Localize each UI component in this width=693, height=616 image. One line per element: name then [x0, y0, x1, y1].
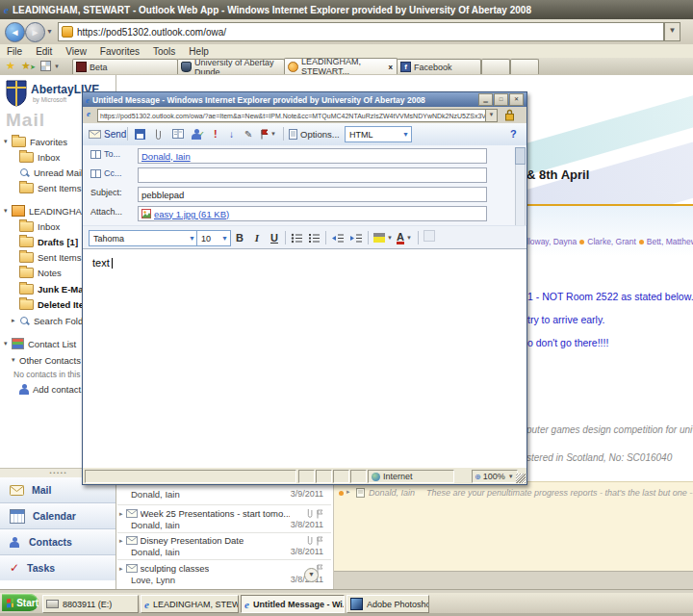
expand-arrow-icon[interactable]: ▾ [4, 340, 10, 347]
add-contact-action[interactable]: Add contact... [19, 382, 89, 396]
to-input[interactable]: Donald, Iain [138, 148, 487, 164]
compose-scrollbar-thumb[interactable] [515, 147, 526, 165]
font-color-button[interactable]: A▼ [397, 230, 412, 245]
to-button[interactable]: To... [90, 149, 120, 159]
expand-arrow-icon[interactable]: ▾ [12, 356, 17, 364]
menu-view[interactable]: View [59, 46, 93, 57]
signature-button[interactable]: ✎ [244, 126, 252, 141]
tab-leadingham-stewart[interactable]: LEADINGHAM, STEWART... x [284, 58, 398, 74]
back-button[interactable]: ◄ [5, 22, 25, 42]
message-row[interactable]: ▸ Disney Presentation Date [119, 535, 329, 546]
attachment-link[interactable]: easy 1.jpg (61 KB) [154, 209, 229, 219]
folder-inbox[interactable]: Inbox [19, 219, 60, 233]
flag-button[interactable]: ▼ [260, 126, 276, 141]
high-importance-button[interactable]: ! [214, 126, 218, 141]
send-button[interactable]: Send [89, 126, 126, 141]
flag-icon[interactable] [316, 536, 323, 546]
bold-button[interactable]: B [233, 230, 246, 245]
taskbar-button-owa[interactable]: e LEADINGHAM, STEWART... [141, 595, 239, 613]
zoom-segment[interactable]: ⊕ 100% ▼ [472, 470, 518, 483]
tab-beta[interactable]: Beta [72, 59, 178, 74]
start-button[interactable]: Start [2, 594, 38, 611]
check-names-button[interactable]: ✓ [192, 126, 205, 141]
list-scroll-down-button[interactable]: ▼ [304, 568, 319, 582]
nav-tasks[interactable]: ✓ Tasks [0, 555, 116, 580]
preview-sender[interactable]: Donald, Iain [369, 488, 415, 498]
cc-button[interactable]: Cc... [90, 168, 122, 178]
underline-button[interactable]: U [268, 230, 281, 245]
folder-fav-sent[interactable]: Sent Items [19, 181, 81, 194]
expand-arrow-icon[interactable]: ▸ [346, 488, 350, 496]
flag-icon[interactable] [316, 509, 323, 519]
italic-button[interactable]: I [250, 230, 264, 245]
other-contacts-section[interactable]: ▾Other Contacts [12, 353, 81, 367]
compose-body-editor[interactable]: text [83, 248, 526, 468]
menu-edit[interactable]: Edit [29, 46, 59, 57]
options-button[interactable]: Options... [289, 126, 340, 141]
attachment-area[interactable]: easy 1.jpg (61 KB) [138, 206, 487, 221]
folder-fav-inbox[interactable]: Inbox [19, 150, 60, 164]
menu-tools[interactable]: Tools [146, 46, 182, 57]
close-button[interactable]: ✕ [509, 93, 524, 106]
address-input[interactable]: https://pod51302.outlook.com/owa/ [58, 22, 664, 41]
taskbar-button-photoshop[interactable]: Adobe Photoshop [346, 595, 429, 613]
menu-help[interactable]: Help [182, 46, 216, 57]
quick-tabs-icon[interactable] [40, 61, 51, 71]
expand-arrow-icon[interactable]: ▸ [12, 317, 17, 324]
recipient-name[interactable]: Clarke, Grant [587, 237, 636, 246]
message-row[interactable]: Donald, Iain 3/9/2011 [131, 489, 323, 500]
bullet-list-button[interactable] [291, 230, 303, 245]
compose-address-input[interactable]: https://pod51302.outlook.com/owa/?ae=Ite… [97, 109, 487, 122]
attach-file-button[interactable] [154, 126, 162, 141]
recipient-name[interactable]: Bett, Matthew [647, 237, 693, 246]
history-dropdown-icon[interactable]: ▼ [46, 28, 53, 35]
expand-arrow-icon[interactable]: ▸ [119, 565, 123, 573]
font-name-select[interactable]: Tahoma ▼ [89, 230, 198, 246]
low-importance-button[interactable]: ↓ [229, 126, 234, 141]
recipient-name[interactable]: lloway, Dayna [526, 237, 577, 246]
message-row[interactable]: ▸ sculpting classes [119, 563, 329, 574]
tab-close-icon[interactable]: x [389, 63, 393, 71]
decrease-indent-button[interactable] [331, 230, 345, 245]
maximize-button[interactable]: □ [494, 93, 508, 106]
compose-address-combo-arrow[interactable]: ▼ [485, 109, 498, 122]
expand-arrow-icon[interactable]: ▾ [4, 207, 10, 215]
font-size-select[interactable]: 10 ▼ [196, 230, 231, 246]
save-button[interactable] [135, 126, 145, 141]
to-recipient-link[interactable]: Donald, Iain [141, 151, 191, 162]
tab-university-abertay[interactable]: University of Abertay Dunde... [177, 59, 285, 74]
minimize-button[interactable]: ▁ [478, 93, 493, 106]
increase-indent-button[interactable] [349, 230, 363, 245]
folder-sent-items[interactable]: Sent Items [19, 250, 81, 264]
contact-list-section[interactable]: ▾Contact List [4, 337, 76, 350]
tab-list-dropdown-icon[interactable]: ▼ [54, 64, 60, 69]
folder-drafts[interactable]: Drafts[1] [19, 235, 78, 248]
taskbar-button-drive[interactable]: 8803911 (E:) [42, 595, 139, 613]
address-combo-arrow[interactable]: ▼ [664, 22, 680, 41]
cc-input[interactable] [138, 167, 487, 183]
expand-arrow-icon[interactable]: ▸ [119, 537, 123, 545]
favorites-star-icon[interactable]: ★ [6, 60, 15, 72]
message-row[interactable]: ▸ Week 25 Presentations - start tomo... [119, 508, 329, 519]
folder-favorites[interactable]: ▾Favorites [4, 135, 67, 148]
resize-grip[interactable] [516, 474, 526, 483]
highlight-button[interactable]: ▼ [373, 230, 393, 245]
forward-button[interactable]: ► [25, 22, 45, 42]
folder-unread-mail[interactable]: Unread Mail [19, 166, 83, 179]
preview-text[interactable]: These are your penultimate progress repo… [426, 488, 693, 498]
menu-favorites[interactable]: Favorites [93, 46, 146, 57]
format-mode-select[interactable]: HTML ▼ [345, 126, 412, 142]
more-formatting-button[interactable] [424, 230, 435, 242]
expand-arrow-icon[interactable]: ▸ [119, 510, 123, 518]
subject-input[interactable]: pebblepad [138, 187, 487, 202]
folder-notes[interactable]: Notes [19, 266, 62, 279]
nav-calendar[interactable]: Calendar [0, 503, 116, 529]
taskbar-button-compose[interactable]: e Untitled Message - Wi... [241, 595, 345, 613]
numbered-list-button[interactable] [308, 230, 321, 245]
nav-contacts[interactable]: Contacts [0, 529, 116, 555]
expand-arrow-icon[interactable]: ▾ [4, 138, 10, 145]
help-button[interactable]: ? [510, 126, 517, 141]
menu-file[interactable]: File [0, 46, 29, 57]
tab-facebook[interactable]: f Facebook [397, 59, 481, 74]
address-book-button[interactable] [172, 126, 184, 141]
